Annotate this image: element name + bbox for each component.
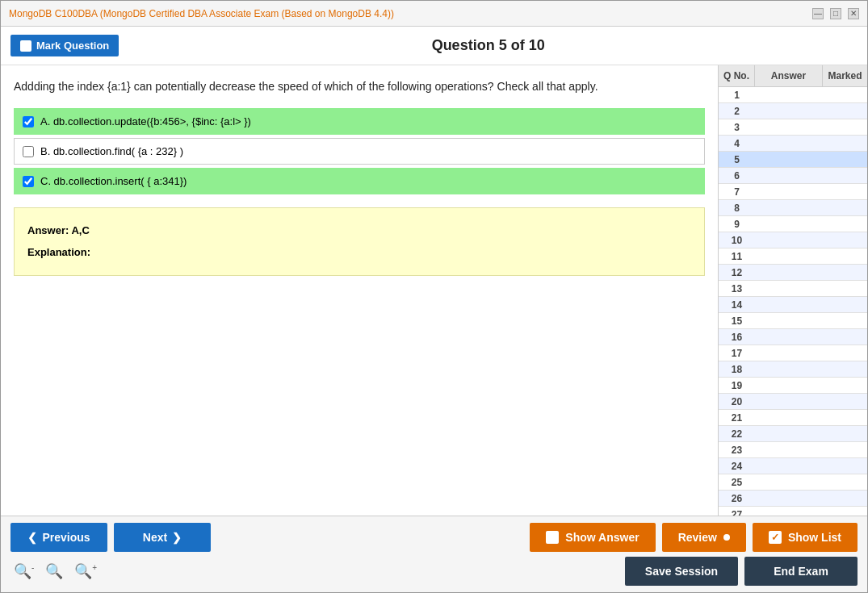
sidebar-cell-qno: 7 (719, 185, 755, 199)
sidebar-row[interactable]: 24 (719, 458, 867, 474)
sidebar-row[interactable]: 20 (719, 394, 867, 410)
sidebar-cell-answer (755, 432, 823, 436)
sidebar-cell-marked (823, 239, 867, 242)
sidebar-row[interactable]: 21 (719, 410, 867, 426)
main-content: Addding the index {a:1} can potentially … (1, 65, 867, 516)
sidebar-row[interactable]: 13 (719, 281, 867, 297)
sidebar-cell-qno: 21 (719, 411, 755, 425)
next-button[interactable]: Next (114, 523, 211, 552)
sidebar-cell-marked (823, 465, 867, 468)
sidebar-row[interactable]: 10 (719, 232, 867, 248)
end-exam-button[interactable]: End Exam (744, 557, 858, 586)
sidebar-cell-answer (755, 465, 823, 468)
sidebar-cell-answer (755, 384, 823, 387)
maximize-button[interactable]: □ (830, 8, 841, 19)
sidebar-row[interactable]: 25 (719, 474, 867, 491)
sidebar-cell-answer (755, 110, 823, 113)
option-b[interactable]: B. db.collection.find( {a : 232} ) (14, 138, 705, 165)
mark-icon (20, 40, 31, 52)
zoom-reset-button[interactable]: 🔍 (42, 561, 66, 582)
question-text: Addding the index {a:1} can potentially … (14, 78, 705, 95)
option-c[interactable]: C. db.collection.insert( { a:341}) (14, 168, 705, 194)
sidebar-cell-qno: 13 (719, 282, 755, 296)
option-a[interactable]: A. db.collection.update({b:456>, {$inc: … (14, 108, 705, 135)
window-controls: — □ ✕ (812, 8, 859, 19)
sidebar-row[interactable]: 11 (719, 248, 867, 265)
sidebar-cell-qno: 10 (719, 233, 755, 248)
sidebar-row[interactable]: 23 (719, 442, 867, 458)
sidebar-row[interactable]: 12 (719, 265, 867, 281)
sidebar-row[interactable]: 9 (719, 216, 867, 232)
sidebar-cell-marked (823, 416, 867, 420)
sidebar-row[interactable]: 1 (719, 87, 867, 103)
sidebar-cell-answer (755, 174, 823, 177)
sidebar-row[interactable]: 4 (719, 136, 867, 152)
option-c-checkbox[interactable] (23, 176, 34, 187)
sidebar-row[interactable]: 2 (719, 103, 867, 119)
zoom-save-row: 🔍- 🔍 🔍+ Save Session End Exam (10, 557, 858, 586)
window-title: MongoDB C100DBA (MongoDB Certified DBA A… (9, 8, 394, 19)
answer-line: Answer: A,C (27, 221, 691, 240)
sidebar-cell-marked (823, 207, 867, 210)
sidebar-row[interactable]: 18 (719, 361, 867, 378)
sidebar-cell-qno: 17 (719, 346, 755, 361)
sidebar-cell-qno: 16 (719, 330, 755, 345)
close-button[interactable]: ✕ (848, 8, 859, 19)
sidebar-row[interactable]: 15 (719, 313, 867, 329)
sidebar-cell-marked (823, 481, 867, 484)
bottom-bar: Previous Next Show Answer Review Show Li… (1, 516, 867, 592)
minimize-button[interactable]: — (812, 8, 824, 19)
option-b-checkbox[interactable] (23, 146, 34, 157)
review-button[interactable]: Review (662, 523, 746, 552)
sidebar-cell-qno: 20 (719, 395, 755, 409)
show-list-button[interactable]: Show List (753, 523, 858, 552)
sidebar-cell-marked (823, 497, 867, 500)
sidebar-cell-answer (755, 449, 823, 452)
sidebar-cell-marked (823, 110, 867, 113)
sidebar-cell-marked (823, 94, 867, 97)
zoom-in-button[interactable]: 🔍+ (71, 561, 100, 582)
sidebar-cell-answer (755, 497, 823, 500)
sidebar-cell-answer (755, 287, 823, 290)
sidebar-row[interactable]: 16 (719, 329, 867, 345)
sidebar-cell-qno: 24 (719, 459, 755, 474)
sidebar-row[interactable]: 6 (719, 168, 867, 184)
sidebar-header: Q No. Answer Marked (719, 65, 867, 87)
sidebar-row[interactable]: 14 (719, 297, 867, 313)
show-answer-label: Show Answer (565, 531, 639, 544)
sidebar-row[interactable]: 26 (719, 491, 867, 507)
save-session-button[interactable]: Save Session (625, 557, 738, 586)
sidebar-row[interactable]: 19 (719, 378, 867, 394)
sidebar-cell-qno: 5 (719, 152, 755, 167)
sidebar-row[interactable]: 8 (719, 200, 867, 216)
sidebar-cell-marked (823, 255, 867, 258)
sidebar-row[interactable]: 7 (719, 184, 867, 200)
option-a-checkbox[interactable] (23, 116, 34, 127)
previous-button[interactable]: Previous (10, 523, 107, 552)
sidebar-row[interactable]: 5 (719, 152, 867, 168)
sidebar-cell-qno: 8 (719, 201, 755, 215)
sidebar-cell-marked (823, 352, 867, 355)
sidebar-row[interactable]: 27 (719, 507, 867, 516)
sidebar-cell-qno: 23 (719, 443, 755, 457)
sidebar-cell-marked (823, 368, 867, 371)
sidebar-cell-qno: 9 (719, 217, 755, 232)
sidebar-row[interactable]: 17 (719, 345, 867, 361)
sidebar-list[interactable]: 1 2 3 4 5 6 7 8 (719, 87, 867, 516)
sidebar-cell-answer (755, 352, 823, 355)
toolbar: Mark Question Question 5 of 10 (1, 27, 867, 65)
review-label: Review (678, 531, 717, 544)
zoom-out-button[interactable]: 🔍- (10, 561, 37, 582)
sidebar-cell-qno: 25 (719, 475, 755, 490)
sidebar-cell-answer (755, 255, 823, 258)
title-suffix: )) (388, 8, 394, 19)
show-answer-button[interactable]: Show Answer (530, 523, 655, 552)
mark-question-label: Mark Question (36, 40, 109, 52)
sidebar-row[interactable]: 22 (719, 426, 867, 442)
sidebar-cell-marked (823, 271, 867, 274)
sidebar-row[interactable]: 3 (719, 119, 867, 136)
sidebar-cell-answer (755, 207, 823, 210)
sidebar-cell-answer (755, 319, 823, 323)
mark-question-button[interactable]: Mark Question (10, 35, 119, 56)
sidebar-cell-marked (823, 142, 867, 145)
